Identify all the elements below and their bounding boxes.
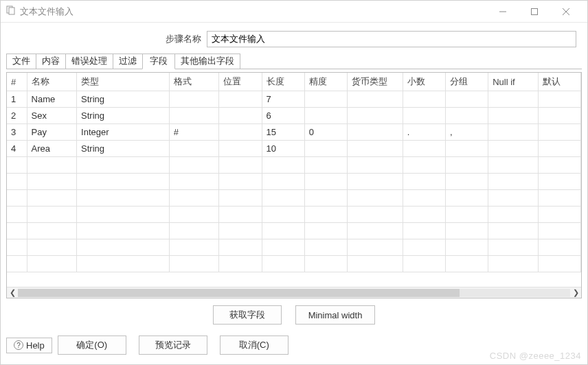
- get-fields-button[interactable]: 获取字段: [213, 305, 282, 325]
- cell-pos[interactable]: [219, 141, 262, 157]
- cell-dec[interactable]: .: [403, 124, 445, 141]
- cell-prec[interactable]: [304, 91, 347, 108]
- ok-button[interactable]: 确定(O): [58, 335, 126, 355]
- table-row[interactable]: 1NameString7: [7, 91, 581, 108]
- table-row[interactable]: 2SexString6: [7, 108, 581, 124]
- step-name-label: 步骤名称: [6, 33, 207, 45]
- cell-pos[interactable]: [219, 91, 262, 108]
- empty-row[interactable]: [7, 207, 581, 223]
- cell-prec[interactable]: [304, 108, 347, 124]
- cell-nullif[interactable]: [488, 91, 539, 108]
- col-currency[interactable]: 货币类型: [347, 73, 403, 91]
- cell-curr[interactable]: [347, 124, 403, 141]
- step-name-input[interactable]: [207, 31, 576, 47]
- cell-fmt[interactable]: [169, 141, 219, 157]
- cell-dec[interactable]: [403, 91, 445, 108]
- col-type[interactable]: 类型: [77, 73, 170, 91]
- cell-prec[interactable]: [304, 141, 347, 157]
- empty-row[interactable]: [7, 174, 581, 190]
- col-name[interactable]: 名称: [27, 73, 77, 91]
- col-nullif[interactable]: Null if: [488, 73, 539, 91]
- cell-dec[interactable]: [403, 141, 445, 157]
- cell-name[interactable]: Sex: [27, 108, 77, 124]
- cell-pos[interactable]: [219, 108, 262, 124]
- cell-nullif[interactable]: [488, 141, 539, 157]
- table-row[interactable]: 3PayInteger#150.,: [7, 124, 581, 141]
- close-button[interactable]: [550, 1, 582, 22]
- cell-def[interactable]: [538, 124, 580, 141]
- cell-fmt[interactable]: #: [169, 124, 219, 141]
- cell-prec[interactable]: 0: [304, 124, 347, 141]
- cell-curr[interactable]: [347, 141, 403, 157]
- tab-error[interactable]: 错误处理: [65, 54, 113, 69]
- table-row[interactable]: 4AreaString10: [7, 141, 581, 157]
- cell-type[interactable]: String: [77, 141, 170, 157]
- cell-grp[interactable]: ,: [445, 124, 488, 141]
- scroll-track[interactable]: [18, 289, 570, 297]
- empty-row[interactable]: [7, 223, 581, 239]
- cell-idx[interactable]: 4: [7, 141, 27, 157]
- cell-grp[interactable]: [445, 141, 488, 157]
- app-icon: [6, 5, 16, 17]
- horizontal-scrollbar[interactable]: ❮ ❯: [7, 287, 581, 298]
- cell-type[interactable]: String: [77, 91, 170, 108]
- cell-nullif[interactable]: [488, 108, 539, 124]
- cell-type[interactable]: String: [77, 108, 170, 124]
- scroll-right-icon[interactable]: ❯: [570, 287, 581, 298]
- cell-idx[interactable]: 1: [7, 91, 27, 108]
- fields-grid[interactable]: # 名称 类型 格式 位置 长度 精度 货币类型 小数 分组 Null if 默…: [7, 72, 581, 287]
- cell-name[interactable]: Area: [27, 141, 77, 157]
- empty-row[interactable]: [7, 256, 581, 272]
- cell-len[interactable]: 15: [262, 124, 304, 141]
- col-position[interactable]: 位置: [219, 73, 262, 91]
- tab-content[interactable]: 内容: [36, 54, 66, 69]
- empty-row[interactable]: [7, 190, 581, 207]
- col-decimal[interactable]: 小数: [403, 73, 445, 91]
- cell-len[interactable]: 10: [262, 141, 304, 157]
- minimal-width-button[interactable]: Minimal width: [295, 305, 376, 325]
- titlebar: 文本文件输入: [1, 1, 587, 23]
- minimize-button[interactable]: [487, 1, 519, 22]
- cell-curr[interactable]: [347, 108, 403, 124]
- cell-idx[interactable]: 3: [7, 124, 27, 141]
- col-precision[interactable]: 精度: [304, 73, 347, 91]
- scroll-left-icon[interactable]: ❮: [7, 287, 18, 298]
- cell-idx[interactable]: 2: [7, 108, 27, 124]
- cell-len[interactable]: 7: [262, 91, 304, 108]
- footer: ? Help 确定(O) 预览记录 取消(C): [1, 330, 587, 360]
- cell-name[interactable]: Name: [27, 91, 77, 108]
- col-default[interactable]: 默认: [538, 73, 580, 91]
- col-idx[interactable]: #: [7, 73, 27, 91]
- scroll-thumb[interactable]: [18, 289, 460, 297]
- col-length[interactable]: 长度: [262, 73, 304, 91]
- cell-def[interactable]: [538, 108, 580, 124]
- tab-fields[interactable]: 字段: [142, 54, 175, 69]
- help-label: Help: [26, 340, 45, 351]
- cancel-button[interactable]: 取消(C): [220, 335, 289, 355]
- col-group[interactable]: 分组: [445, 73, 488, 91]
- cell-grp[interactable]: [445, 91, 488, 108]
- svg-rect-3: [532, 8, 538, 14]
- cell-grp[interactable]: [445, 108, 488, 124]
- cell-fmt[interactable]: [169, 108, 219, 124]
- cell-nullif[interactable]: [488, 124, 539, 141]
- maximize-button[interactable]: [519, 1, 550, 22]
- tab-file[interactable]: 文件: [6, 54, 36, 69]
- cell-pos[interactable]: [219, 124, 262, 141]
- empty-row[interactable]: [7, 239, 581, 256]
- preview-button[interactable]: 预览记录: [139, 335, 207, 355]
- cell-name[interactable]: Pay: [27, 124, 77, 141]
- tab-filter[interactable]: 过滤: [113, 54, 143, 69]
- cell-dec[interactable]: [403, 108, 445, 124]
- cell-def[interactable]: [538, 141, 580, 157]
- help-icon: ?: [14, 340, 23, 350]
- cell-curr[interactable]: [347, 91, 403, 108]
- cell-fmt[interactable]: [169, 91, 219, 108]
- cell-len[interactable]: 6: [262, 108, 304, 124]
- col-format[interactable]: 格式: [169, 73, 219, 91]
- tab-other-output[interactable]: 其他输出字段: [174, 54, 240, 69]
- cell-def[interactable]: [538, 91, 580, 108]
- help-button[interactable]: ? Help: [6, 338, 52, 353]
- empty-row[interactable]: [7, 157, 581, 174]
- cell-type[interactable]: Integer: [77, 124, 170, 141]
